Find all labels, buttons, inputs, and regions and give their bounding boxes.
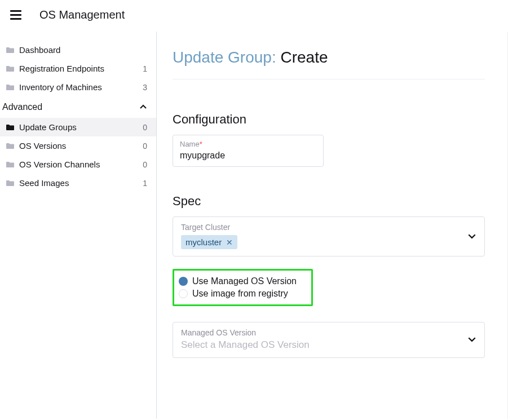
sidebar-section-label: Advanced <box>2 102 42 112</box>
folder-icon <box>6 65 15 72</box>
app-title: OS Management <box>39 8 125 21</box>
remove-tag-icon[interactable]: ✕ <box>226 238 233 247</box>
sidebar-item-label: Dashboard <box>19 45 60 55</box>
managed-os-version-placeholder: Select a Managed OS Version <box>181 337 476 351</box>
sidebar-item-dashboard[interactable]: Dashboard <box>0 41 156 59</box>
folder-icon <box>6 124 15 131</box>
folder-icon <box>6 161 15 168</box>
radio-indicator-checked <box>179 277 188 286</box>
sidebar-item-label: Seed Images <box>19 178 69 188</box>
folder-icon <box>6 47 15 54</box>
managed-os-version-select[interactable]: Managed OS Version Select a Managed OS V… <box>173 322 485 358</box>
folder-icon <box>6 180 15 187</box>
os-source-radio-group: Use Managed OS Version Use image from re… <box>173 269 313 306</box>
name-label-text: Name <box>180 140 200 148</box>
folder-icon <box>6 84 15 91</box>
target-cluster-select[interactable]: Target Cluster mycluster ✕ <box>173 216 485 257</box>
sidebar-item-update-groups[interactable]: Update Groups 0 <box>0 118 156 136</box>
name-label: Name* <box>180 140 316 148</box>
sidebar-item-count: 3 <box>143 83 147 92</box>
sidebar-section-advanced[interactable]: Advanced <box>0 96 156 118</box>
sidebar-item-label: OS Version Channels <box>19 160 100 169</box>
menu-toggle-button[interactable] <box>10 8 24 21</box>
sidebar-item-label: Inventory of Machines <box>19 82 102 92</box>
sidebar: Dashboard Registration Endpoints 1 Inven… <box>0 32 157 419</box>
page-title-action: Create <box>280 48 328 66</box>
spec-heading: Spec <box>173 194 485 209</box>
target-cluster-value: mycluster <box>185 237 222 247</box>
main-content: Update Group: Create Configuration Name*… <box>157 32 508 419</box>
radio-use-managed-os-version[interactable]: Use Managed OS Version <box>179 275 297 288</box>
required-asterisk: * <box>200 140 202 148</box>
target-cluster-label: Target Cluster <box>181 223 476 232</box>
page-title: Update Group: Create <box>173 48 485 79</box>
sidebar-item-count: 1 <box>143 64 147 73</box>
radio-indicator-unchecked <box>179 289 188 298</box>
radio-label: Use Managed OS Version <box>192 276 297 286</box>
sidebar-item-count: 0 <box>143 160 147 169</box>
sidebar-item-count: 0 <box>143 123 147 132</box>
sidebar-item-os-versions[interactable]: OS Versions 0 <box>0 136 156 155</box>
page-title-prefix: Update Group: <box>173 48 280 66</box>
radio-use-image-from-registry[interactable]: Use image from registry <box>179 288 297 300</box>
sidebar-item-os-version-channels[interactable]: OS Version Channels 0 <box>0 155 156 174</box>
sidebar-item-label: OS Versions <box>19 141 66 151</box>
managed-os-version-label: Managed OS Version <box>181 328 476 337</box>
sidebar-item-inventory-of-machines[interactable]: Inventory of Machines 3 <box>0 78 156 96</box>
sidebar-item-count: 1 <box>143 179 147 188</box>
sidebar-item-label: Update Groups <box>19 122 77 132</box>
name-input[interactable] <box>180 148 316 161</box>
configuration-heading: Configuration <box>173 112 485 127</box>
target-cluster-tag: mycluster ✕ <box>181 235 237 249</box>
name-field[interactable]: Name* <box>173 135 324 167</box>
sidebar-item-seed-images[interactable]: Seed Images 1 <box>0 174 156 192</box>
chevron-down-icon <box>467 231 476 242</box>
sidebar-item-registration-endpoints[interactable]: Registration Endpoints 1 <box>0 59 156 78</box>
sidebar-item-count: 0 <box>143 142 147 151</box>
chevron-up-icon <box>139 103 147 111</box>
sidebar-item-label: Registration Endpoints <box>19 64 104 73</box>
folder-icon <box>6 143 15 149</box>
radio-label: Use image from registry <box>192 289 288 299</box>
chevron-down-icon <box>467 335 476 346</box>
